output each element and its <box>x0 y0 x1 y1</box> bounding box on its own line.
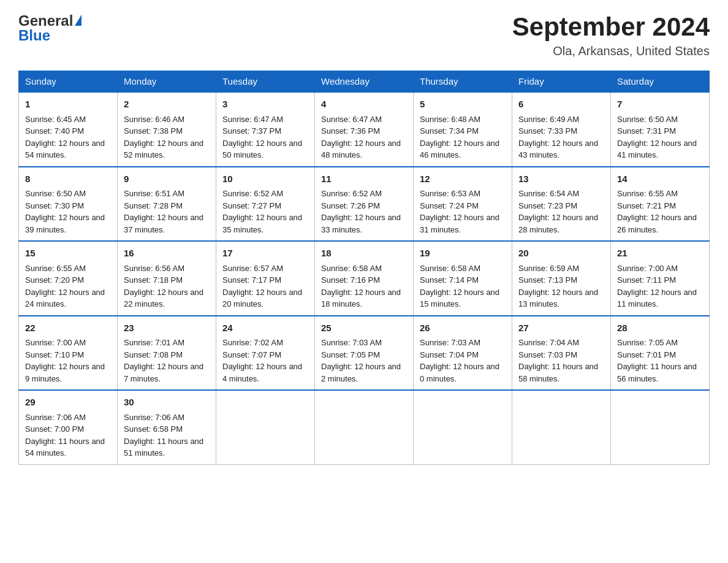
day-number: 7 <box>617 98 703 112</box>
logo: General Blue <box>18 12 82 44</box>
calendar-cell: 14Sunrise: 6:55 AMSunset: 7:21 PMDayligh… <box>611 167 710 242</box>
page-header: General Blue September 2024 Ola, Arkansa… <box>18 12 710 58</box>
sunset-text: Sunset: 7:33 PM <box>518 126 577 136</box>
day-number: 3 <box>222 98 308 112</box>
daylight-text: Daylight: 12 hours and 15 minutes. <box>420 288 499 309</box>
title-block: September 2024 Ola, Arkansas, United Sta… <box>512 12 710 58</box>
calendar-week-5: 29Sunrise: 7:06 AMSunset: 7:00 PMDayligh… <box>19 390 710 464</box>
daylight-text: Daylight: 12 hours and 26 minutes. <box>617 213 697 234</box>
calendar-cell <box>216 390 315 464</box>
calendar-cell: 22Sunrise: 7:00 AMSunset: 7:10 PMDayligh… <box>19 316 118 391</box>
header-sunday: Sunday <box>19 71 118 93</box>
sunrise-text: Sunrise: 6:49 AM <box>518 115 579 124</box>
sunrise-text: Sunrise: 7:06 AM <box>25 413 86 422</box>
sunrise-text: Sunrise: 7:03 AM <box>321 338 382 347</box>
day-number: 1 <box>25 98 111 112</box>
sunrise-text: Sunrise: 6:50 AM <box>617 115 678 124</box>
sunset-text: Sunset: 7:26 PM <box>321 201 380 210</box>
calendar-cell <box>512 390 611 464</box>
day-number: 19 <box>420 247 506 261</box>
header-tuesday: Tuesday <box>216 71 315 93</box>
sunrise-text: Sunrise: 6:51 AM <box>124 189 184 198</box>
daylight-text: Daylight: 12 hours and 11 minutes. <box>617 288 697 309</box>
daylight-text: Daylight: 11 hours and 58 minutes. <box>518 362 598 383</box>
sunrise-text: Sunrise: 7:01 AM <box>124 338 184 347</box>
sunrise-text: Sunrise: 7:06 AM <box>124 413 184 422</box>
daylight-text: Daylight: 11 hours and 56 minutes. <box>617 362 697 383</box>
header-friday: Friday <box>512 71 611 93</box>
sunrise-text: Sunrise: 6:47 AM <box>321 115 382 124</box>
logo-triangle-icon <box>75 15 82 26</box>
daylight-text: Daylight: 12 hours and 43 minutes. <box>518 139 598 160</box>
calendar-week-2: 8Sunrise: 6:50 AMSunset: 7:30 PMDaylight… <box>19 167 710 242</box>
sunrise-text: Sunrise: 7:02 AM <box>222 338 283 347</box>
calendar-week-4: 22Sunrise: 7:00 AMSunset: 7:10 PMDayligh… <box>19 316 710 391</box>
sunset-text: Sunset: 7:03 PM <box>518 350 577 359</box>
daylight-text: Daylight: 12 hours and 39 minutes. <box>25 213 105 234</box>
calendar-cell: 6Sunrise: 6:49 AMSunset: 7:33 PMDaylight… <box>512 92 611 167</box>
sunrise-text: Sunrise: 6:59 AM <box>518 264 579 273</box>
sunset-text: Sunset: 7:36 PM <box>321 126 380 136</box>
daylight-text: Daylight: 12 hours and 33 minutes. <box>321 213 401 234</box>
daylight-text: Daylight: 11 hours and 54 minutes. <box>25 437 105 458</box>
calendar-cell <box>611 390 710 464</box>
calendar-cell: 1Sunrise: 6:45 AMSunset: 7:40 PMDaylight… <box>19 92 118 167</box>
day-number: 23 <box>124 321 210 335</box>
sunset-text: Sunset: 7:21 PM <box>617 201 676 210</box>
calendar-cell: 24Sunrise: 7:02 AMSunset: 7:07 PMDayligh… <box>216 316 315 391</box>
day-number: 17 <box>222 247 308 261</box>
sunset-text: Sunset: 7:28 PM <box>124 201 183 210</box>
calendar-cell: 4Sunrise: 6:47 AMSunset: 7:36 PMDaylight… <box>315 92 414 167</box>
sunrise-text: Sunrise: 7:03 AM <box>420 338 480 347</box>
calendar-cell: 25Sunrise: 7:03 AMSunset: 7:05 PMDayligh… <box>315 316 414 391</box>
calendar-cell: 21Sunrise: 7:00 AMSunset: 7:11 PMDayligh… <box>611 241 710 316</box>
daylight-text: Daylight: 12 hours and 22 minutes. <box>124 288 203 309</box>
sunset-text: Sunset: 7:20 PM <box>25 275 84 285</box>
sunrise-text: Sunrise: 6:52 AM <box>222 189 283 198</box>
sunrise-text: Sunrise: 6:57 AM <box>222 264 283 273</box>
calendar-week-3: 15Sunrise: 6:55 AMSunset: 7:20 PMDayligh… <box>19 241 710 316</box>
calendar-header-row: SundayMondayTuesdayWednesdayThursdayFrid… <box>19 71 710 93</box>
calendar-cell: 10Sunrise: 6:52 AMSunset: 7:27 PMDayligh… <box>216 167 315 242</box>
sunset-text: Sunset: 7:05 PM <box>321 350 380 359</box>
daylight-text: Daylight: 12 hours and 37 minutes. <box>124 213 203 234</box>
daylight-text: Daylight: 12 hours and 24 minutes. <box>25 288 105 309</box>
calendar-week-1: 1Sunrise: 6:45 AMSunset: 7:40 PMDaylight… <box>19 92 710 167</box>
sunset-text: Sunset: 7:10 PM <box>25 350 84 359</box>
daylight-text: Daylight: 12 hours and 20 minutes. <box>222 288 302 309</box>
sunrise-text: Sunrise: 6:54 AM <box>518 189 579 198</box>
daylight-text: Daylight: 12 hours and 18 minutes. <box>321 288 401 309</box>
daylight-text: Daylight: 12 hours and 31 minutes. <box>420 213 499 234</box>
daylight-text: Daylight: 12 hours and 2 minutes. <box>321 362 401 383</box>
sunset-text: Sunset: 7:16 PM <box>321 275 380 285</box>
sunset-text: Sunset: 7:40 PM <box>25 126 84 136</box>
day-number: 27 <box>518 321 604 335</box>
sunrise-text: Sunrise: 6:58 AM <box>321 264 382 273</box>
calendar-cell: 19Sunrise: 6:58 AMSunset: 7:14 PMDayligh… <box>414 241 512 316</box>
sunset-text: Sunset: 7:14 PM <box>420 275 479 285</box>
sunset-text: Sunset: 7:00 PM <box>25 424 84 434</box>
sunrise-text: Sunrise: 7:04 AM <box>518 338 579 347</box>
sunset-text: Sunset: 7:34 PM <box>420 126 479 136</box>
day-number: 22 <box>25 321 111 335</box>
daylight-text: Daylight: 12 hours and 41 minutes. <box>617 139 697 160</box>
sunrise-text: Sunrise: 6:52 AM <box>321 189 382 198</box>
header-monday: Monday <box>118 71 216 93</box>
day-number: 24 <box>222 321 308 335</box>
sunset-text: Sunset: 7:17 PM <box>222 275 281 285</box>
month-title: September 2024 <box>512 12 710 42</box>
calendar-cell: 11Sunrise: 6:52 AMSunset: 7:26 PMDayligh… <box>315 167 414 242</box>
daylight-text: Daylight: 12 hours and 48 minutes. <box>321 139 401 160</box>
location-text: Ola, Arkansas, United States <box>512 44 710 58</box>
daylight-text: Daylight: 11 hours and 51 minutes. <box>124 437 203 458</box>
calendar-cell: 15Sunrise: 6:55 AMSunset: 7:20 PMDayligh… <box>19 241 118 316</box>
day-number: 16 <box>124 247 210 261</box>
calendar-cell: 23Sunrise: 7:01 AMSunset: 7:08 PMDayligh… <box>118 316 216 391</box>
calendar-cell: 28Sunrise: 7:05 AMSunset: 7:01 PMDayligh… <box>611 316 710 391</box>
calendar-cell: 8Sunrise: 6:50 AMSunset: 7:30 PMDaylight… <box>19 167 118 242</box>
daylight-text: Daylight: 12 hours and 52 minutes. <box>124 139 203 160</box>
sunrise-text: Sunrise: 7:00 AM <box>25 338 86 347</box>
daylight-text: Daylight: 12 hours and 35 minutes. <box>222 213 302 234</box>
sunset-text: Sunset: 7:01 PM <box>617 350 676 359</box>
calendar-cell: 26Sunrise: 7:03 AMSunset: 7:04 PMDayligh… <box>414 316 512 391</box>
